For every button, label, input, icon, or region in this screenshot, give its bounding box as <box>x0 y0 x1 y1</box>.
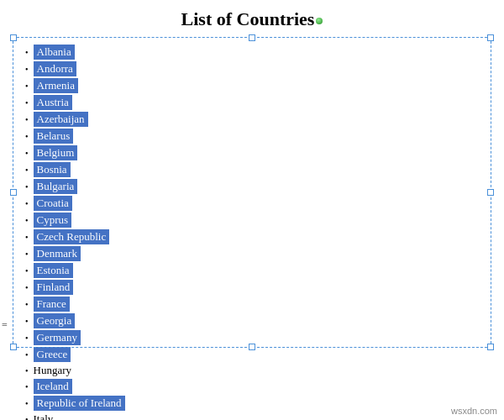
list-item: •Italy <box>25 412 479 420</box>
bullet-icon: • <box>25 81 29 91</box>
list-item: •Croatia <box>25 195 479 212</box>
list-item: •Republic of Ireland <box>25 395 479 412</box>
bullet-icon: • <box>25 149 29 158</box>
country-name: Estonia <box>34 263 73 278</box>
list-item: •Andorra <box>25 60 479 77</box>
bullet-icon: • <box>25 65 29 74</box>
list-item: •Finland <box>25 279 479 296</box>
country-name: Albania <box>34 45 75 60</box>
bullet-icon: • <box>25 382 29 391</box>
list-item: •Albania <box>25 44 479 60</box>
window: List of Countries •Albania•Andorra•Armen… <box>0 0 504 420</box>
list-item: •Azerbaijan <box>25 111 479 128</box>
list-item: •Austria <box>25 94 479 111</box>
bullet-icon: • <box>25 415 29 421</box>
bullet-icon: • <box>25 132 29 141</box>
list-item: •Armenia <box>25 77 479 94</box>
country-name: Georgia <box>34 313 76 328</box>
country-name: Bosnia <box>34 162 71 177</box>
list-item: •Denmark <box>25 245 479 262</box>
country-name: Iceland <box>34 379 72 394</box>
country-name: Greece <box>34 347 71 362</box>
list-item: •Hungary <box>25 363 479 378</box>
country-name: Denmark <box>34 246 81 261</box>
bullet-icon: • <box>25 333 29 343</box>
country-name: Czech Republic <box>34 229 110 244</box>
bullet-icon: • <box>25 233 29 242</box>
country-name: Andorra <box>34 61 76 76</box>
list-item: •Czech Republic <box>25 228 479 245</box>
bullet-icon: • <box>25 350 29 360</box>
bullet-icon: • <box>25 399 29 408</box>
bullet-icon: • <box>25 317 29 326</box>
bullet-icon: • <box>25 249 29 259</box>
country-name: Germany <box>34 330 81 345</box>
bullet-icon: • <box>25 182 29 192</box>
list-item: •Germany <box>25 329 479 346</box>
bullet-icon: • <box>25 165 29 175</box>
bullet-icon: • <box>25 300 29 309</box>
list-item: •Bulgaria <box>25 178 479 195</box>
bullet-icon: • <box>25 98 29 108</box>
country-name: Cyprus <box>34 213 72 228</box>
country-name: Azerbaijan <box>34 112 88 127</box>
bullet-icon: • <box>25 48 29 57</box>
list-item: •Iceland <box>25 378 479 395</box>
list-item: •Georgia <box>25 312 479 329</box>
list-item: •Greece <box>25 346 479 363</box>
bullet-icon: • <box>25 115 29 124</box>
content-area: •Albania•Andorra•Armenia•Austria•Azerbai… <box>8 37 496 420</box>
bullet-icon: • <box>25 366 29 375</box>
country-name: Finland <box>34 280 74 295</box>
list-item: •Belarus <box>25 128 479 144</box>
country-name: Belarus <box>34 129 74 144</box>
country-list: •Albania•Andorra•Armenia•Austria•Azerbai… <box>8 37 496 420</box>
green-dot-icon <box>316 18 323 24</box>
country-name: Croatia <box>34 196 72 211</box>
country-name: France <box>34 297 70 312</box>
country-name: Hungary <box>34 364 72 377</box>
list-item: •Estonia <box>25 262 479 279</box>
page-title: List of Countries <box>0 0 504 37</box>
bullet-icon: • <box>25 266 29 276</box>
list-item: •Bosnia <box>25 161 479 178</box>
bullet-icon: • <box>25 283 29 292</box>
bullet-icon: • <box>25 199 29 208</box>
country-name: Republic of Ireland <box>34 396 125 411</box>
country-name: Armenia <box>34 78 78 93</box>
country-name: Bulgaria <box>34 179 78 194</box>
country-name: Austria <box>34 95 72 110</box>
country-name: Belgium <box>34 145 78 160</box>
country-name: Italy <box>34 412 54 420</box>
side-equals-icon: = <box>2 319 8 332</box>
list-item: •Belgium <box>25 144 479 161</box>
list-item: •Cyprus <box>25 212 479 228</box>
bullet-icon: • <box>25 216 29 225</box>
list-item: •France <box>25 296 479 312</box>
watermark: wsxdn.com <box>451 406 497 416</box>
